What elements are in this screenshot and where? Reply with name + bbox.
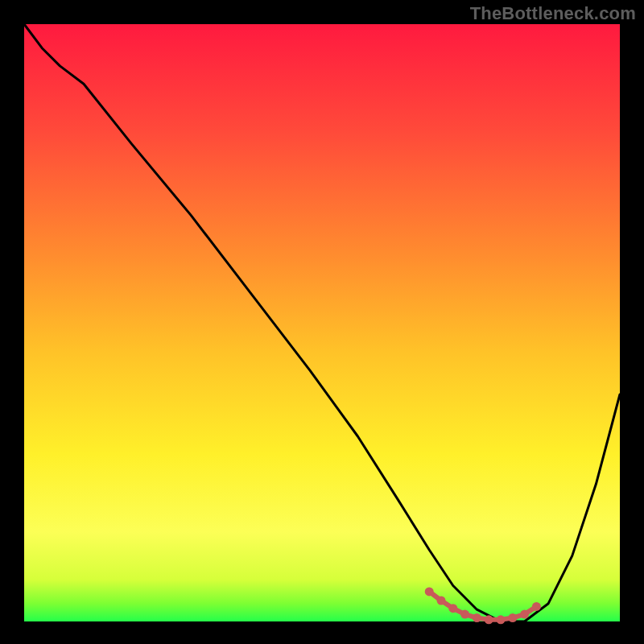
bottleneck-chart (0, 0, 644, 644)
chart-stage: { "watermark": "TheBottleneck.com", "col… (0, 0, 644, 644)
watermark-text: TheBottleneck.com (470, 3, 636, 24)
plot-background (24, 24, 620, 621)
